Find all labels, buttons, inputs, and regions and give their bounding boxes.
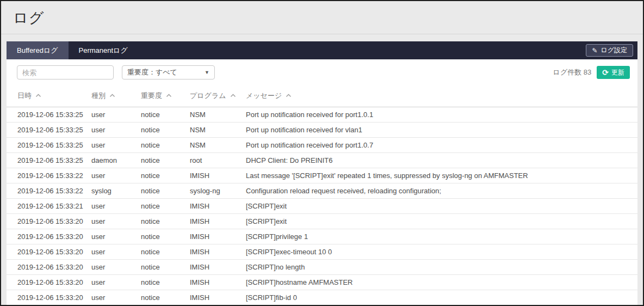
- column-label: メッセージ: [246, 91, 282, 100]
- table-cell-type: user: [91, 168, 141, 183]
- table-cell-type: user: [91, 229, 141, 244]
- table-row: 2019-12-06 15:33:22syslognoticesyslog-ng…: [7, 183, 637, 199]
- table-cell-message: Port up notification received for vlan1: [246, 123, 637, 138]
- table-cell-message: Last message '[SCRIPT]exit' repeated 1 t…: [246, 168, 637, 183]
- search-input[interactable]: [17, 65, 114, 79]
- table-cell-message: [SCRIPT]exec-timeout 10 0: [246, 244, 637, 260]
- table-cell-datetime: 2019-12-06 15:33:22: [7, 168, 91, 183]
- table-cell-message: [SCRIPT]fib-id 0: [246, 290, 637, 305]
- table-cell-severity: notice: [141, 199, 190, 214]
- page-title: ログ: [13, 8, 643, 28]
- table-cell-datetime: 2019-12-06 15:33:20: [7, 275, 91, 290]
- sort-up-icon: [286, 94, 292, 97]
- sort-up-icon: [109, 94, 115, 97]
- table-cell-message: DHCP Client: Do PREINIT6: [246, 153, 637, 168]
- table-cell-message: Configuration reload request received, r…: [246, 183, 637, 199]
- refresh-icon: ⟳: [602, 69, 609, 76]
- table-cell-severity: notice: [141, 214, 190, 229]
- table-cell-program: IMISH: [190, 214, 246, 229]
- table-cell-program: NSM: [190, 123, 246, 138]
- table-row: 2019-12-06 15:33:22usernoticeIMISHLast m…: [7, 168, 637, 183]
- table-cell-program: IMISH: [190, 275, 246, 290]
- pencil-icon: ✎: [592, 47, 597, 54]
- table-cell-severity: notice: [141, 229, 190, 244]
- log-table: 日時 種別 重要度 プログラム メッセージ 2019-12-0: [7, 84, 637, 305]
- sort-up-icon: [35, 94, 41, 97]
- table-header-row: 日時 種別 重要度 プログラム メッセージ: [7, 84, 637, 107]
- table-cell-severity: notice: [141, 168, 190, 183]
- table-cell-type: user: [91, 244, 141, 260]
- table-row: 2019-12-06 15:33:25usernoticeNSMPort up …: [7, 138, 637, 153]
- table-cell-program: IMISH: [190, 260, 246, 275]
- table-cell-program: NSM: [190, 107, 246, 123]
- log-card: Bufferedログ Permanentログ ✎ ログ設定 重要度：すべて ▼ …: [7, 41, 637, 305]
- table-row: 2019-12-06 15:33:20usernoticeIMISH[SCRIP…: [7, 275, 637, 290]
- table-cell-type: daemon: [91, 153, 141, 168]
- tab-buffered-log[interactable]: Bufferedログ: [7, 41, 69, 59]
- table-cell-datetime: 2019-12-06 15:33:20: [7, 244, 91, 260]
- table-row: 2019-12-06 15:33:25daemonnoticerootDHCP …: [7, 153, 637, 168]
- column-header-program[interactable]: プログラム: [190, 84, 246, 107]
- table-row: 2019-12-06 15:33:20usernoticeIMISH[SCRIP…: [7, 229, 637, 244]
- column-header-message[interactable]: メッセージ: [246, 84, 637, 107]
- chevron-down-icon: ▼: [205, 70, 209, 75]
- table-cell-severity: notice: [141, 153, 190, 168]
- table-cell-message: [SCRIPT]exit: [246, 214, 637, 229]
- table-cell-datetime: 2019-12-06 15:33:25: [7, 138, 91, 153]
- table-cell-program: IMISH: [190, 168, 246, 183]
- table-cell-program: NSM: [190, 138, 246, 153]
- table-cell-program: IMISH: [190, 290, 246, 305]
- log-settings-button[interactable]: ✎ ログ設定: [586, 44, 633, 57]
- table-cell-program: IMISH: [190, 244, 246, 260]
- table-cell-program: IMISH: [190, 199, 246, 214]
- table-cell-severity: notice: [141, 183, 190, 199]
- column-header-datetime[interactable]: 日時: [7, 84, 91, 107]
- table-row: 2019-12-06 15:33:25usernoticeNSMPort up …: [7, 107, 637, 123]
- table-cell-message: [SCRIPT]hostname AMFMASTER: [246, 275, 637, 290]
- table-cell-type: user: [91, 107, 141, 123]
- column-header-type[interactable]: 種別: [91, 84, 141, 107]
- table-cell-type: user: [91, 260, 141, 275]
- table-row: 2019-12-06 15:33:20usernoticeIMISH[SCRIP…: [7, 244, 637, 260]
- column-label: 重要度: [141, 91, 162, 100]
- table-cell-severity: notice: [141, 290, 190, 305]
- table-cell-type: user: [91, 275, 141, 290]
- table-cell-severity: notice: [141, 244, 190, 260]
- table-cell-type: user: [91, 199, 141, 214]
- log-page: ログ Bufferedログ Permanentログ ✎ ログ設定 重要度：すべて…: [1, 1, 643, 305]
- refresh-button[interactable]: ⟳ 更新: [597, 66, 630, 79]
- table-row: 2019-12-06 15:33:25usernoticeNSMPort up …: [7, 123, 637, 138]
- sort-up-icon: [230, 94, 236, 97]
- table-row: 2019-12-06 15:33:20usernoticeIMISH[SCRIP…: [7, 214, 637, 229]
- severity-select-value: 重要度：すべて: [127, 68, 177, 77]
- tab-permanent-log[interactable]: Permanentログ: [69, 41, 138, 59]
- table-cell-type: user: [91, 290, 141, 305]
- table-cell-datetime: 2019-12-06 15:33:20: [7, 290, 91, 305]
- table-cell-severity: notice: [141, 107, 190, 123]
- table-cell-message: [SCRIPT]privilege 1: [246, 229, 637, 244]
- table-cell-program: root: [190, 153, 246, 168]
- column-label: 種別: [91, 91, 106, 100]
- refresh-label: 更新: [611, 68, 624, 77]
- table-cell-datetime: 2019-12-06 15:33:20: [7, 260, 91, 275]
- table-row: 2019-12-06 15:33:21usernoticeIMISH[SCRIP…: [7, 199, 637, 214]
- table-cell-severity: notice: [141, 123, 190, 138]
- table-cell-program: IMISH: [190, 229, 246, 244]
- tab-bar: Bufferedログ Permanentログ ✎ ログ設定: [7, 41, 637, 59]
- page-header: ログ: [1, 1, 643, 34]
- filter-bar: 重要度：すべて ▼ ログ件数 83 ⟳ 更新: [7, 59, 637, 84]
- table-cell-message: [SCRIPT]no length: [246, 260, 637, 275]
- table-cell-severity: notice: [141, 275, 190, 290]
- table-cell-datetime: 2019-12-06 15:33:25: [7, 123, 91, 138]
- log-settings-label: ログ設定: [600, 46, 627, 55]
- table-cell-datetime: 2019-12-06 15:33:20: [7, 214, 91, 229]
- table-cell-datetime: 2019-12-06 15:33:22: [7, 183, 91, 199]
- sort-up-icon: [166, 94, 172, 97]
- table-cell-datetime: 2019-12-06 15:33:20: [7, 229, 91, 244]
- table-cell-severity: notice: [141, 138, 190, 153]
- severity-select[interactable]: 重要度：すべて ▼: [122, 65, 215, 79]
- column-header-severity[interactable]: 重要度: [141, 84, 190, 107]
- column-label: 日時: [17, 91, 32, 100]
- table-cell-datetime: 2019-12-06 15:33:25: [7, 153, 91, 168]
- log-count-label: ログ件数 83: [553, 68, 592, 77]
